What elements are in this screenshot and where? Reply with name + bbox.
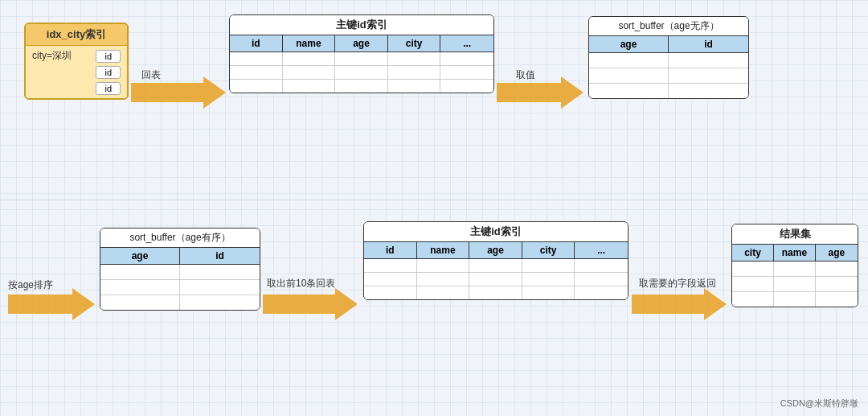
main-index-top-header: id name age city ... <box>230 35 493 52</box>
main-index-bottom: 主键id索引 id name age city ... <box>363 221 628 300</box>
arrow-anage <box>8 288 96 320</box>
idx-city-body: city=深圳 id id id <box>26 46 127 98</box>
list-item <box>589 84 748 98</box>
main-index-top-body <box>230 52 493 93</box>
idx-city-row-3: id <box>32 82 121 95</box>
list-item <box>589 53 748 68</box>
main-index-bottom-body <box>364 259 628 299</box>
result-header: city name age <box>732 245 858 262</box>
result-col-city: city <box>732 245 774 261</box>
table-row <box>230 80 493 93</box>
sort-buffer-bottom-title: sort_buffer（age有序） <box>100 229 260 248</box>
list-item <box>732 292 858 307</box>
result-set: 结果集 city name age <box>731 224 858 307</box>
col-city: city <box>388 35 441 51</box>
col-id: id <box>230 35 283 51</box>
sb-bot-age: age <box>100 248 180 264</box>
list-item <box>732 277 858 292</box>
svg-marker-3 <box>8 288 95 320</box>
idx-city-id-1: id <box>96 50 121 63</box>
divider <box>0 200 868 200</box>
idx-city-box: idx_city索引 city=深圳 id id id <box>24 23 129 100</box>
sb-top-age: age <box>589 36 669 52</box>
result-body <box>732 262 858 307</box>
list-item <box>589 68 748 84</box>
main-index-bottom-header: id name age city ... <box>364 242 628 259</box>
col-name: name <box>283 35 336 51</box>
idx-city-title: idx_city索引 <box>26 24 127 46</box>
col-id-b: id <box>364 242 417 258</box>
table-row <box>364 286 628 299</box>
main-index-top-title: 主键id索引 <box>230 15 493 35</box>
idx-city-id-2: id <box>96 66 121 79</box>
svg-marker-2 <box>497 76 583 109</box>
main-index-bottom-title: 主键id索引 <box>364 222 628 242</box>
sort-buffer-top-body <box>589 53 748 98</box>
list-item <box>100 265 260 280</box>
col-more-b: ... <box>575 242 628 258</box>
idx-city-condition: city=深圳 <box>32 49 72 63</box>
arrow-huitiao <box>131 76 227 109</box>
sort-buffer-top-title: sort_buffer（age无序） <box>589 17 748 36</box>
idx-city-row-1: city=深圳 id <box>32 49 121 63</box>
sb-top-id: id <box>669 36 748 52</box>
main-index-top: 主键id索引 id name age city ... <box>229 14 494 93</box>
result-col-age: age <box>816 245 858 261</box>
svg-marker-4 <box>263 288 358 320</box>
list-item <box>100 295 260 310</box>
watermark: CSDN@米斯特胖墩 <box>780 397 858 410</box>
arrow-quzhi <box>497 76 585 109</box>
sort-buffer-top-header: age id <box>589 36 748 53</box>
col-more: ... <box>440 35 493 51</box>
table-row <box>230 52 493 66</box>
col-age-b: age <box>469 242 522 258</box>
sort-buffer-top: sort_buffer（age无序） age id <box>588 16 749 99</box>
col-city-b: city <box>522 242 575 258</box>
col-name-b: name <box>417 242 470 258</box>
table-row <box>230 66 493 80</box>
arrow-quchutiao <box>263 288 359 320</box>
svg-marker-5 <box>632 288 727 320</box>
diagram: idx_city索引 city=深圳 id id id 回表 主键id索引 id <box>0 0 868 416</box>
idx-city-id-3: id <box>96 82 121 95</box>
idx-city-row-2: id <box>32 66 121 79</box>
result-title: 结果集 <box>732 224 858 245</box>
result-col-name: name <box>774 245 816 261</box>
list-item <box>100 280 260 295</box>
table-row <box>364 273 628 286</box>
table-row <box>364 259 628 273</box>
sort-buffer-bottom: sort_buffer（age有序） age id <box>100 228 260 311</box>
sb-bot-id: id <box>180 248 260 264</box>
sort-buffer-bottom-header: age id <box>100 248 260 265</box>
col-age: age <box>335 35 388 51</box>
arrow-qufields <box>632 288 728 320</box>
sort-buffer-bottom-body <box>100 265 260 310</box>
list-item <box>732 262 858 277</box>
svg-marker-1 <box>131 76 226 109</box>
